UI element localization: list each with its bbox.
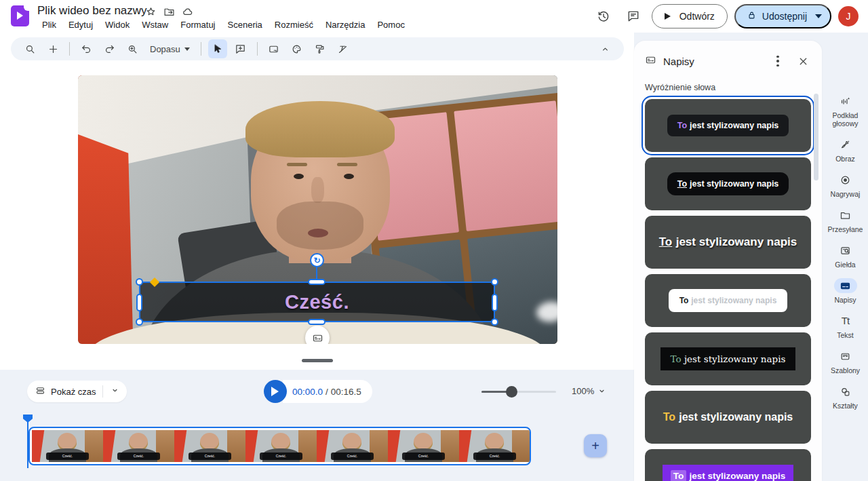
paint-format-icon[interactable] [311, 39, 330, 58]
app-header: Plik wideo bez nazwy Plik Edytuj Widok W… [0, 0, 868, 33]
more-options-icon[interactable] [769, 52, 787, 70]
show-time-button[interactable]: Pokaż czas [27, 381, 127, 402]
record-icon [834, 172, 857, 187]
sidebar-item-voiceover[interactable]: Podkład głosowy [823, 94, 868, 128]
play-presentation-button[interactable]: Odtwórz [652, 4, 728, 28]
person-beard [277, 201, 363, 250]
avatar[interactable]: J [838, 6, 859, 26]
zoom-level-select[interactable]: 100% [572, 386, 607, 396]
menu-item-edytuj[interactable]: Edytuj [64, 19, 98, 31]
caption-style-card-1[interactable]: Tojest stylizowany napis [645, 99, 811, 152]
divider [257, 42, 258, 56]
google-vids-app: Plik wideo bez nazwy Plik Edytuj Widok W… [0, 0, 868, 481]
menu-item-formatuj[interactable]: Formatuj [176, 19, 220, 31]
add-comment-icon[interactable] [231, 39, 250, 58]
menu-bar: Plik Edytuj Widok Wstaw Formatuj Sceneri… [37, 19, 410, 31]
sidebar-item-record[interactable]: Nagrywaj [823, 172, 868, 198]
clip-thumbnail[interactable]: Cześć. [32, 430, 103, 462]
clip-thumbnail[interactable]: Cześć. [174, 430, 245, 462]
caption-style-card-5[interactable]: Tojest stylizowany napis [645, 332, 811, 385]
timeline-clip[interactable]: Cześć. Cześć. Cześć. Cześć. Cześć. Cześć… [28, 427, 531, 465]
select-tool-icon[interactable] [208, 39, 227, 58]
move-folder-icon[interactable] [163, 6, 175, 20]
caption-style-card-7[interactable]: Tojest stylizowany napis [645, 449, 811, 481]
captions-icon [645, 54, 656, 69]
resize-handle-ne[interactable] [491, 278, 498, 286]
menu-item-pomoc[interactable]: Pomoc [372, 19, 409, 31]
resize-handle-e[interactable] [492, 294, 498, 311]
document-title[interactable]: Plik wideo bez nazwy [37, 4, 147, 18]
vids-logo-icon[interactable] [11, 5, 29, 26]
sidebar-item-stock[interactable]: Giełda [823, 243, 868, 269]
slider-thumb[interactable] [506, 386, 517, 398]
collapse-toolbar-icon[interactable] [595, 39, 614, 58]
caption-style-card-4[interactable]: Tojest stylizowany napis [645, 274, 811, 327]
play-button[interactable] [264, 380, 287, 403]
image-sparkle-icon [834, 137, 857, 152]
caption-style-card-2[interactable]: Tojest stylizowany napis [645, 157, 811, 210]
resize-handle-w[interactable] [136, 294, 142, 311]
caption-style-card-6[interactable]: Tojest stylizowany napis [645, 391, 811, 444]
panel-title: Napisy [663, 56, 762, 67]
divider [69, 42, 70, 56]
clear-format-icon[interactable] [334, 39, 353, 58]
menu-item-widok[interactable]: Widok [100, 19, 134, 31]
menu-item-plik[interactable]: Plik [37, 19, 61, 31]
version-history-icon[interactable] [592, 5, 615, 28]
resize-handle-n[interactable] [308, 279, 326, 285]
shapes-icon [834, 384, 857, 399]
person-eye [344, 174, 354, 179]
menu-item-wstaw[interactable]: Wstaw [137, 19, 173, 31]
caption-style-card-3[interactable]: Tojest stylizowany napis [645, 216, 811, 269]
close-icon[interactable] [793, 52, 812, 71]
search-icon[interactable] [20, 39, 39, 58]
caption-textbox[interactable]: Cześć. [139, 282, 495, 322]
theme-colors-icon[interactable] [288, 39, 307, 58]
share-button[interactable]: Udostępnij [734, 4, 831, 28]
zoom-fit-select[interactable]: Dopasu [146, 44, 194, 54]
resize-handle-nw[interactable] [136, 278, 143, 286]
clip-thumbnail[interactable]: Cześć. [245, 430, 317, 462]
clip-thumbnail[interactable]: Cześć. [317, 430, 388, 462]
resize-handle-se[interactable] [491, 318, 498, 326]
sidebar-item-captions[interactable]: Napisy [823, 278, 868, 304]
add-icon[interactable] [43, 39, 62, 58]
menu-item-sceneria[interactable]: Sceneria [223, 19, 267, 31]
sidebar-item-image[interactable]: Obraz [823, 137, 868, 163]
templates-icon [834, 349, 857, 364]
timeline-zoom-slider[interactable] [481, 386, 556, 397]
menu-item-narzedzia[interactable]: Narzędzia [321, 19, 370, 31]
star-icon[interactable] [145, 6, 157, 20]
stock-media-icon [834, 243, 857, 258]
zoom-in-icon[interactable] [123, 39, 142, 58]
share-dropdown-icon[interactable] [815, 14, 822, 22]
resize-handle-s[interactable] [308, 319, 326, 325]
sidebar-item-shapes[interactable]: Kształty [823, 384, 868, 410]
rotate-handle[interactable]: ↻ [310, 253, 324, 267]
toolbar: Dopasu [11, 37, 624, 60]
text-icon: Tt [834, 313, 857, 328]
panel-resize-handle[interactable] [302, 359, 333, 362]
media-frame-icon[interactable] [264, 39, 283, 58]
chevron-down-icon[interactable] [110, 385, 120, 398]
sidebar-item-templates[interactable]: Szablony [823, 349, 868, 374]
chevron-down-icon [184, 47, 190, 54]
sidebar-item-text[interactable]: Tt Tekst [823, 313, 868, 339]
person-hair [245, 101, 394, 157]
add-scene-button[interactable]: + [584, 434, 607, 457]
undo-icon[interactable] [77, 39, 96, 58]
comments-icon[interactable] [622, 5, 645, 28]
clip-thumbnail[interactable]: Cześć. [388, 430, 459, 462]
sidebar-item-uploads[interactable]: Przesyłane [823, 208, 868, 233]
resize-handle-sw[interactable] [136, 318, 143, 326]
lock-icon [747, 10, 757, 22]
redo-icon[interactable] [100, 39, 119, 58]
video-preview[interactable]: ↻ Cześć. [78, 75, 557, 344]
caption-text[interactable]: Cześć. [285, 291, 349, 313]
cloud-status-icon[interactable] [182, 6, 193, 20]
clip-thumbnail[interactable]: Cześć. [459, 430, 530, 462]
clip-thumbnail[interactable]: Cześć. [103, 430, 174, 462]
panel-scrollbar[interactable] [814, 94, 818, 180]
menu-item-rozmiesc[interactable]: Rozmieść [270, 19, 318, 31]
play-icon [271, 387, 283, 396]
